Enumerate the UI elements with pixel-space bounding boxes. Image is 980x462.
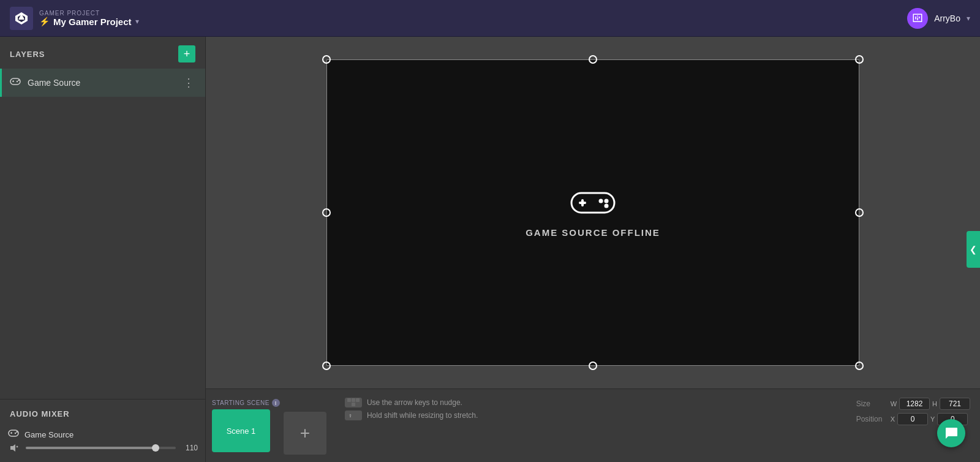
svg-point-10 <box>16 431 17 433</box>
audio-title: AUDIO MIXER <box>10 409 70 418</box>
scenes-area: STARTING SCENE i Scene 1 + <box>206 389 333 462</box>
layer-name: Game Source <box>28 78 173 88</box>
svg-rect-3 <box>10 78 20 85</box>
position-label: Position <box>856 415 887 423</box>
svg-rect-16 <box>571 193 614 213</box>
hint-row-stretch: ⇧ Hold shift while resizing to stretch. <box>345 411 834 420</box>
volume-thumb[interactable] <box>152 444 159 452</box>
layers-header: LAYERS + <box>0 37 205 69</box>
svg-rect-8 <box>9 430 18 436</box>
user-avatar <box>907 8 928 29</box>
layers-section: LAYERS + Game Source ⋮ <box>0 37 205 399</box>
shift-key-icon: ⇧ <box>345 411 362 420</box>
arrow-keys-icon <box>345 398 362 407</box>
position-x-input[interactable] <box>897 413 928 425</box>
layers-title: LAYERS <box>10 50 45 59</box>
center-area: GAME SOURCE OFFLINE STARTING SCENE <box>206 37 980 462</box>
svg-point-20 <box>605 199 609 203</box>
svg-rect-7 <box>13 80 13 82</box>
mute-button[interactable] <box>7 444 21 452</box>
height-key-label: H <box>932 400 937 407</box>
x-key-label: X <box>891 415 895 423</box>
audio-gamepad-icon <box>7 429 20 440</box>
header-right: ArryBo ▾ <box>907 8 970 29</box>
handle-bottom-left[interactable] <box>322 362 331 370</box>
svg-point-4 <box>17 81 18 82</box>
svg-rect-12 <box>11 432 12 434</box>
starting-scene-label: STARTING SCENE i <box>212 399 280 407</box>
project-name: My Gamer Project <box>53 17 132 27</box>
size-row: Size W H <box>856 398 970 410</box>
canvas-container: GAME SOURCE OFFLINE <box>206 37 980 388</box>
canvas-stage[interactable]: GAME SOURCE OFFLINE <box>326 59 859 366</box>
width-key-label: W <box>891 400 897 407</box>
svg-rect-18 <box>581 199 584 206</box>
project-label: GAMER PROJECT <box>39 10 139 17</box>
scene-thumbnail[interactable]: Scene 1 <box>212 409 270 452</box>
chat-icon <box>944 426 958 440</box>
svg-point-19 <box>599 199 603 203</box>
audio-item-row: Game Source <box>7 429 198 440</box>
logo-icon[interactable] <box>10 7 33 30</box>
hint-row-nudge: Use the arrow keys to nudge. <box>345 398 834 407</box>
svg-point-9 <box>15 433 16 434</box>
volume-fill <box>26 447 153 449</box>
volume-slider[interactable] <box>26 447 176 449</box>
canvas-wrapper: GAME SOURCE OFFLINE <box>326 59 859 366</box>
right-panel-collapse[interactable]: ❮ <box>967 231 980 268</box>
offline-status-text: GAME SOURCE OFFLINE <box>526 227 660 238</box>
svg-text:⇧: ⇧ <box>349 414 352 418</box>
lightning-icon: ⚡ <box>39 17 50 26</box>
controller-svg <box>568 188 617 219</box>
svg-rect-23 <box>352 398 355 402</box>
audio-header: AUDIO MIXER <box>0 400 205 425</box>
handle-bottom-middle[interactable] <box>589 362 597 370</box>
hint-nudge-text: Use the arrow keys to nudge. <box>367 398 462 407</box>
svg-rect-25 <box>352 403 355 406</box>
audio-controls-row: 110 <box>7 444 198 452</box>
svg-marker-13 <box>10 444 15 452</box>
hints-area: Use the arrow keys to nudge. ⇧ Hold shif… <box>333 389 846 429</box>
handle-top-right[interactable] <box>855 55 864 64</box>
chevron-left-icon: ❮ <box>970 244 977 254</box>
layer-more-icon[interactable]: ⋮ <box>179 75 198 91</box>
header-left: GAMER PROJECT ⚡ My Gamer Project ▾ <box>10 7 139 30</box>
project-name-row: ⚡ My Gamer Project ▾ <box>39 17 139 27</box>
handle-top-left[interactable] <box>322 55 331 64</box>
user-name: ArryBo <box>934 13 960 23</box>
add-layer-button[interactable]: + <box>178 45 195 62</box>
gamepad-icon <box>9 77 21 88</box>
handle-bottom-right[interactable] <box>855 362 864 370</box>
left-panel: LAYERS + Game Source ⋮ <box>0 37 206 462</box>
svg-rect-24 <box>356 398 360 402</box>
info-icon: i <box>272 399 280 407</box>
project-dropdown-arrow[interactable]: ▾ <box>135 17 139 26</box>
audio-section: AUDIO MIXER Game Source <box>0 399 205 462</box>
hint-stretch-text: Hold shift while resizing to stretch. <box>367 411 478 420</box>
user-dropdown-arrow[interactable]: ▾ <box>967 14 970 23</box>
layer-item-game-source[interactable]: Game Source ⋮ <box>0 69 205 97</box>
size-height-input[interactable] <box>940 398 970 410</box>
handle-top-middle[interactable] <box>589 55 597 64</box>
handle-middle-right[interactable] <box>855 208 864 217</box>
starting-scene-text: STARTING SCENE <box>212 400 270 406</box>
audio-item-name: Game Source <box>24 430 74 439</box>
chat-button[interactable] <box>937 419 965 447</box>
add-scene-button[interactable]: + <box>284 412 326 455</box>
y-key-label: Y <box>930 415 935 423</box>
audio-item: Game Source 110 <box>0 425 205 456</box>
size-width-input[interactable] <box>899 398 930 410</box>
scene-name: Scene 1 <box>227 426 256 436</box>
main-layout: LAYERS + Game Source ⋮ <box>0 37 980 462</box>
header: GAMER PROJECT ⚡ My Gamer Project ▾ ArryB… <box>0 0 980 37</box>
size-label: Size <box>856 400 887 408</box>
handle-middle-left[interactable] <box>322 208 331 217</box>
size-field-group: W H <box>891 398 970 410</box>
volume-value: 110 <box>181 444 198 452</box>
bottom-bar: STARTING SCENE i Scene 1 + <box>206 388 980 462</box>
svg-point-5 <box>18 80 19 81</box>
svg-point-21 <box>605 203 609 208</box>
svg-rect-22 <box>347 398 351 402</box>
project-info: GAMER PROJECT ⚡ My Gamer Project ▾ <box>39 10 139 27</box>
